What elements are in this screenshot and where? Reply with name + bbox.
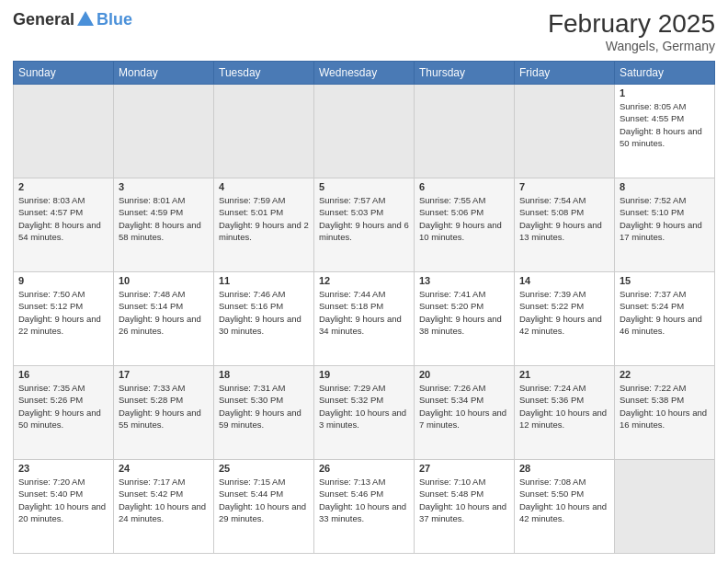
day-info: Sunrise: 7:48 AMSunset: 5:14 PMDaylight:… <box>119 288 209 337</box>
day-cell <box>615 460 715 554</box>
day-cell <box>214 85 314 178</box>
week-row-2: 2Sunrise: 8:03 AMSunset: 4:57 PMDaylight… <box>14 178 715 272</box>
day-info: Sunrise: 7:15 AMSunset: 5:44 PMDaylight:… <box>219 476 309 524</box>
logo: General Blue <box>13 9 132 29</box>
day-info: Sunrise: 7:22 AMSunset: 5:38 PMDaylight:… <box>620 382 710 431</box>
day-cell: 12Sunrise: 7:44 AMSunset: 5:18 PMDayligh… <box>314 272 415 366</box>
day-number: 11 <box>219 275 309 286</box>
day-info: Sunrise: 7:20 AMSunset: 5:40 PMDaylight:… <box>18 476 108 524</box>
day-cell <box>515 85 615 178</box>
day-number: 7 <box>519 181 609 192</box>
day-info: Sunrise: 7:31 AMSunset: 5:30 PMDaylight:… <box>219 382 309 431</box>
day-cell: 3Sunrise: 8:01 AMSunset: 4:59 PMDaylight… <box>114 178 214 272</box>
title-section: February 2025 Wangels, Germany <box>548 9 715 53</box>
day-info: Sunrise: 7:59 AMSunset: 5:01 PMDaylight:… <box>219 194 309 243</box>
day-number: 17 <box>119 369 209 380</box>
day-cell: 22Sunrise: 7:22 AMSunset: 5:38 PMDayligh… <box>615 366 715 460</box>
svg-marker-0 <box>77 11 94 26</box>
day-number: 3 <box>119 181 209 192</box>
day-number: 10 <box>119 275 209 286</box>
day-number: 27 <box>419 463 509 474</box>
day-number: 6 <box>419 181 509 192</box>
day-info: Sunrise: 7:39 AMSunset: 5:22 PMDaylight:… <box>519 288 609 337</box>
day-number: 4 <box>219 181 309 192</box>
col-tuesday: Tuesday <box>214 62 314 85</box>
col-wednesday: Wednesday <box>314 62 415 85</box>
day-number: 2 <box>18 181 108 192</box>
day-number: 21 <box>519 369 609 380</box>
day-number: 16 <box>18 369 108 380</box>
day-cell <box>14 85 114 178</box>
day-info: Sunrise: 8:05 AMSunset: 4:55 PMDaylight:… <box>620 100 710 149</box>
day-info: Sunrise: 7:17 AMSunset: 5:42 PMDaylight:… <box>119 476 209 524</box>
day-cell <box>415 85 515 178</box>
col-friday: Friday <box>515 62 615 85</box>
day-cell: 11Sunrise: 7:46 AMSunset: 5:16 PMDayligh… <box>214 272 314 366</box>
logo-blue: Blue <box>97 10 132 29</box>
day-cell <box>114 85 214 178</box>
day-number: 25 <box>219 463 309 474</box>
day-cell: 20Sunrise: 7:26 AMSunset: 5:34 PMDayligh… <box>415 366 515 460</box>
day-cell: 16Sunrise: 7:35 AMSunset: 5:26 PMDayligh… <box>14 366 114 460</box>
day-cell: 17Sunrise: 7:33 AMSunset: 5:28 PMDayligh… <box>114 366 214 460</box>
header-row: Sunday Monday Tuesday Wednesday Thursday… <box>14 62 715 85</box>
day-cell: 2Sunrise: 8:03 AMSunset: 4:57 PMDaylight… <box>14 178 114 272</box>
week-row-1: 1Sunrise: 8:05 AMSunset: 4:55 PMDaylight… <box>14 85 715 178</box>
day-cell: 28Sunrise: 7:08 AMSunset: 5:50 PMDayligh… <box>515 460 615 554</box>
day-info: Sunrise: 7:29 AMSunset: 5:32 PMDaylight:… <box>319 382 409 431</box>
day-cell: 9Sunrise: 7:50 AMSunset: 5:12 PMDaylight… <box>14 272 114 366</box>
header: General Blue February 2025 Wangels, Germ… <box>13 9 715 53</box>
day-cell: 19Sunrise: 7:29 AMSunset: 5:32 PMDayligh… <box>314 366 415 460</box>
day-info: Sunrise: 7:08 AMSunset: 5:50 PMDaylight:… <box>519 476 609 524</box>
day-cell: 15Sunrise: 7:37 AMSunset: 5:24 PMDayligh… <box>615 272 715 366</box>
col-thursday: Thursday <box>415 62 515 85</box>
day-number: 14 <box>519 275 609 286</box>
day-number: 20 <box>419 369 509 380</box>
day-info: Sunrise: 7:41 AMSunset: 5:20 PMDaylight:… <box>419 288 509 337</box>
day-number: 18 <box>219 369 309 380</box>
day-info: Sunrise: 7:33 AMSunset: 5:28 PMDaylight:… <box>119 382 209 431</box>
day-cell: 27Sunrise: 7:10 AMSunset: 5:48 PMDayligh… <box>415 460 515 554</box>
day-info: Sunrise: 7:46 AMSunset: 5:16 PMDaylight:… <box>219 288 309 337</box>
day-number: 12 <box>319 275 409 286</box>
day-number: 23 <box>18 463 108 474</box>
day-cell: 21Sunrise: 7:24 AMSunset: 5:36 PMDayligh… <box>515 366 615 460</box>
day-info: Sunrise: 7:54 AMSunset: 5:08 PMDaylight:… <box>519 194 609 243</box>
day-info: Sunrise: 7:52 AMSunset: 5:10 PMDaylight:… <box>620 194 710 243</box>
day-number: 9 <box>18 275 108 286</box>
day-info: Sunrise: 7:55 AMSunset: 5:06 PMDaylight:… <box>419 194 509 243</box>
day-cell: 1Sunrise: 8:05 AMSunset: 4:55 PMDaylight… <box>615 85 715 178</box>
logo-general: General <box>13 10 74 29</box>
day-cell: 8Sunrise: 7:52 AMSunset: 5:10 PMDaylight… <box>615 178 715 272</box>
logo-icon <box>75 9 96 29</box>
day-cell: 26Sunrise: 7:13 AMSunset: 5:46 PMDayligh… <box>314 460 415 554</box>
day-cell: 6Sunrise: 7:55 AMSunset: 5:06 PMDaylight… <box>415 178 515 272</box>
day-number: 13 <box>419 275 509 286</box>
day-cell: 10Sunrise: 7:48 AMSunset: 5:14 PMDayligh… <box>114 272 214 366</box>
day-info: Sunrise: 7:37 AMSunset: 5:24 PMDaylight:… <box>620 288 710 337</box>
day-info: Sunrise: 8:03 AMSunset: 4:57 PMDaylight:… <box>18 194 108 243</box>
week-row-3: 9Sunrise: 7:50 AMSunset: 5:12 PMDaylight… <box>14 272 715 366</box>
day-info: Sunrise: 7:10 AMSunset: 5:48 PMDaylight:… <box>419 476 509 524</box>
day-cell: 14Sunrise: 7:39 AMSunset: 5:22 PMDayligh… <box>515 272 615 366</box>
day-number: 5 <box>319 181 409 192</box>
week-row-4: 16Sunrise: 7:35 AMSunset: 5:26 PMDayligh… <box>14 366 715 460</box>
day-info: Sunrise: 8:01 AMSunset: 4:59 PMDaylight:… <box>119 194 209 243</box>
calendar-container: General Blue February 2025 Wangels, Germ… <box>0 0 728 563</box>
location: Wangels, Germany <box>548 39 715 53</box>
month-title: February 2025 <box>548 9 715 39</box>
col-monday: Monday <box>114 62 214 85</box>
day-number: 15 <box>620 275 710 286</box>
day-number: 26 <box>319 463 409 474</box>
day-info: Sunrise: 7:13 AMSunset: 5:46 PMDaylight:… <box>319 476 409 524</box>
day-number: 24 <box>119 463 209 474</box>
day-info: Sunrise: 7:50 AMSunset: 5:12 PMDaylight:… <box>18 288 108 337</box>
day-info: Sunrise: 7:57 AMSunset: 5:03 PMDaylight:… <box>319 194 409 243</box>
calendar-table: Sunday Monday Tuesday Wednesday Thursday… <box>13 61 715 554</box>
week-row-5: 23Sunrise: 7:20 AMSunset: 5:40 PMDayligh… <box>14 460 715 554</box>
day-number: 22 <box>620 369 710 380</box>
day-number: 28 <box>519 463 609 474</box>
day-number: 8 <box>620 181 710 192</box>
day-info: Sunrise: 7:35 AMSunset: 5:26 PMDaylight:… <box>18 382 108 431</box>
day-number: 1 <box>620 87 710 98</box>
